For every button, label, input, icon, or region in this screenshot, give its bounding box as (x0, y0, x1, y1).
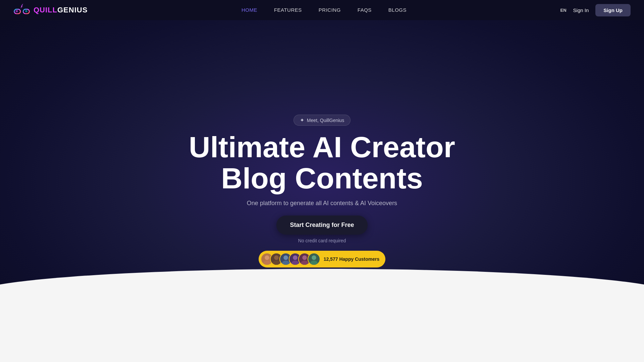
logo-icon (13, 2, 30, 18)
hero-title: Ultimate AI Creator Blog Contents (189, 132, 455, 194)
language-indicator[interactable]: EN (560, 8, 567, 13)
nav-right: EN Sign In Sign Up (560, 4, 631, 16)
svg-point-10 (273, 260, 280, 265)
svg-point-7 (265, 255, 269, 260)
svg-point-14 (291, 260, 299, 265)
svg-point-9 (274, 255, 279, 260)
logo[interactable]: QUILLGENIUS (13, 2, 88, 18)
svg-point-8 (263, 260, 271, 265)
nav-home[interactable]: HOME (241, 7, 257, 13)
nav-features[interactable]: FEATURES (274, 7, 302, 13)
nav-links: HOME FEATURES PRICING FAQS BLOGS (241, 7, 407, 13)
sign-up-button[interactable]: Sign Up (595, 4, 631, 16)
svg-point-12 (282, 260, 289, 265)
customer-avatars (261, 253, 320, 265)
svg-point-15 (302, 255, 307, 260)
logo-text: QUILLGENIUS (34, 6, 88, 14)
avatar (308, 253, 320, 265)
sign-in-button[interactable]: Sign In (573, 7, 589, 13)
svg-point-13 (293, 255, 298, 260)
svg-point-16 (301, 260, 308, 265)
svg-point-5 (16, 10, 18, 12)
nav-blogs[interactable]: BLOGS (388, 7, 407, 13)
hero-subtitle: One platform to generate all AI contents… (247, 200, 397, 207)
nav-faqs[interactable]: FAQS (358, 7, 372, 13)
hero-content: ✦ Meet, QuillGenius Ultimate AI Creator … (189, 115, 455, 267)
svg-point-6 (25, 10, 28, 12)
happy-customers-badge: 12,577 Happy Customers (259, 251, 386, 267)
happy-customers-label: 12,577 Happy Customers (324, 256, 380, 262)
hero-section: ✦ Meet, QuillGenius Ultimate AI Creator … (0, 0, 644, 362)
svg-point-17 (312, 255, 316, 260)
no-credit-text: No credit card required (298, 238, 346, 243)
sparkle-icon: ✦ (300, 117, 304, 123)
nav-pricing[interactable]: PRICING (319, 7, 341, 13)
meet-badge-text: Meet, QuillGenius (307, 118, 344, 123)
svg-point-11 (283, 255, 288, 260)
meet-badge: ✦ Meet, QuillGenius (293, 115, 351, 126)
svg-point-18 (310, 260, 318, 265)
hero-title-line2: Blog Contents (221, 162, 423, 195)
navbar: QUILLGENIUS HOME FEATURES PRICING FAQS B… (0, 0, 644, 20)
hero-title-line1: Ultimate AI Creator (189, 130, 455, 164)
cta-start-button[interactable]: Start Creating for Free (276, 216, 367, 235)
